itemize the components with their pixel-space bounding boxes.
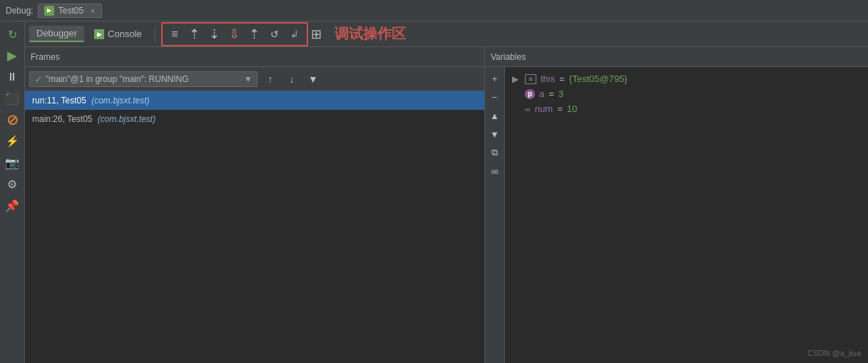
tab-close-button[interactable]: ×: [91, 6, 95, 15]
frames-toolbar: ✓ "main"@1 in group "main": RUNNING ▼ ↑ …: [25, 67, 484, 91]
var-down-button[interactable]: ▼: [486, 126, 504, 143]
oo-icon: ∞: [525, 105, 531, 113]
step-out-button[interactable]: ⇩: [225, 25, 244, 44]
variable-item[interactable]: ▶ ≡ this = {Test05@795}: [511, 71, 862, 86]
rerun-button[interactable]: ↻: [2, 24, 22, 44]
frame-main-text: run:11, Test05: [32, 96, 88, 106]
var-name: this: [541, 73, 555, 84]
debug-area-icon: ⊞: [311, 26, 322, 42]
var-remove-button[interactable]: −: [486, 88, 504, 106]
var-value: 10: [567, 103, 577, 114]
variables-header: Variables: [485, 47, 868, 67]
expand-arrow: ▶: [512, 74, 521, 84]
variables-header-label: Variables: [491, 52, 526, 62]
toolbar-row: Debugger ▶ Console ≡ ⇡ ⇣ ⇩ ⇡ ↺ ↲ ⊞: [25, 21, 868, 47]
frame-italic-text: (com.bjsxt.test): [91, 96, 149, 106]
camera-button[interactable]: 📷: [2, 153, 22, 173]
var-add-button[interactable]: +: [486, 70, 504, 87]
var-equals: =: [557, 103, 563, 114]
var-name: a: [539, 88, 544, 99]
debug-panel: Debugger ▶ Console ≡ ⇡ ⇣ ⇩ ⇡ ↺ ↲ ⊞: [25, 21, 868, 363]
var-equals: =: [559, 73, 565, 84]
title-tab[interactable]: ▶ Test05 ×: [38, 4, 102, 18]
settings-button[interactable]: ⚙: [2, 174, 22, 194]
var-watch-button[interactable]: ∞: [486, 163, 504, 180]
frame-italic-text: (com.bjsxt.test): [98, 114, 155, 124]
var-equals: =: [548, 88, 554, 99]
toolbar-buttons-box: ≡ ⇡ ⇣ ⇩ ⇡ ↺ ↲: [161, 22, 308, 46]
pause-button[interactable]: ⏸: [2, 67, 22, 87]
frames-pane: Frames ✓ "main"@1 in group "main": RUNNI…: [25, 47, 485, 363]
frame-down-button[interactable]: ↓: [283, 71, 300, 88]
frame-main-text: main:26, Test05: [32, 114, 95, 124]
variables-list: ▶ ≡ this = {Test05@795} ▶ p a: [505, 67, 868, 363]
main-container: Debug: ▶ Test05 × ↻ ▶ ⏸ ⬛ ⊘ ⚡ 📷 ⚙ 📌 Debu…: [0, 0, 868, 363]
view-breakpoints-button[interactable]: ⚡: [2, 131, 22, 151]
variables-controls: + − ▲ ▼ ⧉ ∞: [485, 67, 505, 363]
run-to-cursor-button[interactable]: ⇡: [245, 25, 264, 44]
pin-button[interactable]: 📌: [2, 195, 22, 215]
var-value: 3: [558, 88, 563, 99]
tab-icon: ▶: [44, 6, 54, 16]
frame-item[interactable]: main:26, Test05 (com.bjsxt.test): [25, 110, 484, 128]
thread-select[interactable]: ✓ "main"@1 in group "main": RUNNING ▼: [29, 71, 257, 87]
content-area: ↻ ▶ ⏸ ⬛ ⊘ ⚡ 📷 ⚙ 📌 Debugger ▶ Console: [0, 21, 868, 363]
step-over-button[interactable]: ⇡: [185, 25, 204, 44]
thread-label: "main"@1 in group "main": RUNNING: [46, 74, 189, 84]
p-icon: p: [525, 89, 535, 99]
restore-layout-button[interactable]: ≡: [165, 25, 184, 44]
frames-list: run:11, Test05 (com.bjsxt.test) main:26,…: [25, 91, 484, 363]
tab-debugger[interactable]: Debugger: [29, 26, 84, 42]
struct-icon: ≡: [525, 74, 536, 84]
resume-button[interactable]: ▶: [2, 46, 22, 66]
var-value: {Test05@795}: [569, 73, 628, 84]
watermark: CSDN @a_jiua: [807, 349, 861, 357]
frames-header-label: Frames: [31, 52, 60, 62]
force-step-into-button[interactable]: ↺: [265, 25, 284, 44]
debugger-tab-label: Debugger: [36, 28, 77, 39]
split-pane: Frames ✓ "main"@1 in group "main": RUNNI…: [25, 47, 868, 363]
console-icon: ▶: [94, 29, 104, 39]
step-into-button[interactable]: ⇣: [205, 25, 224, 44]
left-sidebar: ↻ ▶ ⏸ ⬛ ⊘ ⚡ 📷 ⚙ 📌: [0, 21, 25, 363]
variable-item[interactable]: ▶ ∞ num = 10: [511, 101, 862, 116]
frame-up-button[interactable]: ↑: [262, 71, 279, 88]
stop-button[interactable]: ⬛: [2, 88, 22, 108]
frames-header: Frames: [25, 47, 484, 67]
console-tab-label: Console: [108, 29, 142, 39]
var-name: num: [535, 103, 553, 114]
frame-item[interactable]: run:11, Test05 (com.bjsxt.test): [25, 91, 484, 110]
tab-name: Test05: [58, 6, 83, 16]
frame-filter-button[interactable]: ▼: [305, 71, 322, 88]
check-icon: ✓: [34, 73, 43, 85]
variables-pane: Variables + − ▲ ▼ ⧉ ∞: [485, 47, 868, 363]
var-up-button[interactable]: ▲: [486, 107, 504, 124]
variable-item[interactable]: ▶ p a = 3: [511, 86, 862, 101]
var-copy-button[interactable]: ⧉: [486, 144, 504, 161]
toolbar-divider-1: [155, 27, 155, 41]
mute-breakpoints-button[interactable]: ⊘: [2, 110, 22, 130]
debug-label: Debug:: [6, 6, 34, 16]
variables-content: + − ▲ ▼ ⧉ ∞ ▶ ≡: [485, 67, 868, 363]
tab-console[interactable]: ▶ Console: [87, 26, 149, 41]
dropdown-arrow: ▼: [244, 74, 252, 84]
debug-area-label: 调试操作区: [335, 24, 406, 44]
smart-step-into-button[interactable]: ↲: [285, 25, 304, 44]
title-bar: Debug: ▶ Test05 ×: [0, 0, 868, 21]
